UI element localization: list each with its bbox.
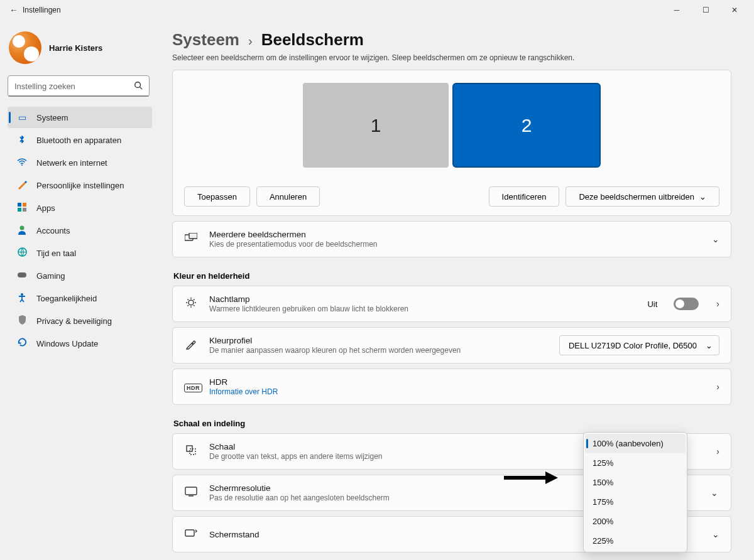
extend-label: Deze beeldschermen uitbreiden	[579, 192, 694, 202]
close-button[interactable]: ✕	[720, 0, 749, 20]
window-controls: ─ ☐ ✕	[662, 0, 749, 20]
card-multiple-displays[interactable]: Meerdere beeldschermen Kies de presentat…	[172, 221, 731, 257]
sidebar-item-toegankelijkheid[interactable]: Toegankelijkheid	[8, 288, 152, 309]
sidebar-item-tijd-taal[interactable]: Tijd en taal	[8, 242, 152, 264]
monitor-2[interactable]: 2	[452, 83, 601, 168]
color-profile-dropdown[interactable]: DELL U2719D Color Profile, D6500 ⌄	[559, 335, 719, 355]
hdr-icon: HDR	[184, 381, 198, 392]
chevron-down-icon: ⌄	[699, 192, 706, 202]
titlebar: ← Instellingen ─ ☐ ✕	[0, 0, 754, 20]
apps-icon	[16, 203, 28, 213]
sidebar-item-label: Apps	[36, 203, 55, 213]
section-scale-layout: Schaal en indeling	[173, 419, 731, 428]
scale-option-100[interactable]: 100% (aanbevolen)	[585, 434, 686, 453]
chevron-down-icon: ⌄	[706, 341, 713, 350]
chevron-down-icon: ⌄	[712, 529, 719, 539]
cancel-button[interactable]: Annuleren	[256, 186, 320, 207]
sidebar: Harrie Kisters Instelling zoeken ▭ Syste…	[0, 20, 157, 560]
sidebar-item-bluetooth[interactable]: Bluetooth en apparaten	[8, 129, 152, 151]
nav-list: ▭ Systeem Bluetooth en apparaten Netwerk…	[8, 107, 152, 354]
maximize-button[interactable]: ☐	[691, 0, 720, 20]
resolution-icon	[184, 487, 198, 499]
monitor-1[interactable]: 1	[303, 83, 449, 168]
svg-rect-3	[18, 203, 21, 207]
minimize-button[interactable]: ─	[662, 0, 691, 20]
svg-rect-26	[185, 530, 194, 536]
update-icon	[16, 338, 28, 349]
scale-option-225[interactable]: 225%	[585, 531, 686, 551]
sidebar-item-systeem[interactable]: ▭ Systeem	[8, 107, 152, 128]
scale-option-175[interactable]: 175%	[585, 492, 686, 512]
sidebar-item-label: Persoonlijke instellingen	[36, 181, 124, 190]
sidebar-item-label: Windows Update	[36, 339, 98, 348]
personalization-icon	[16, 180, 28, 191]
sidebar-item-label: Privacy & beveiliging	[36, 316, 112, 326]
profile[interactable]: Harrie Kisters	[8, 28, 152, 75]
card-nightlight[interactable]: Nachtlamp Warmere lichtkleuren gebruiken…	[172, 286, 731, 322]
sidebar-item-accounts[interactable]: Accounts	[8, 220, 152, 241]
svg-line-20	[188, 305, 189, 306]
gaming-icon	[16, 271, 28, 281]
nightlight-icon	[184, 297, 198, 311]
system-icon: ▭	[16, 112, 28, 122]
sidebar-item-apps[interactable]: Apps	[8, 197, 152, 218]
card-title: Nachtlamp	[209, 294, 636, 304]
svg-rect-4	[23, 203, 26, 207]
card-title: Schermstand	[209, 530, 589, 539]
chevron-right-icon[interactable]: ›	[716, 446, 719, 456]
chevron-right-icon[interactable]: ›	[716, 299, 719, 309]
scale-icon	[184, 444, 198, 458]
svg-point-7	[20, 225, 25, 230]
sidebar-item-label: Systeem	[36, 113, 68, 122]
svg-rect-24	[185, 487, 197, 495]
sidebar-item-gaming[interactable]: Gaming	[8, 265, 152, 286]
nightlight-toggle[interactable]	[674, 298, 699, 310]
window-title: Instellingen	[23, 6, 61, 14]
hdr-info-link[interactable]: Informatie over HDR	[209, 387, 699, 396]
chevron-down-icon: ⌄	[711, 488, 718, 498]
avatar	[9, 31, 41, 64]
svg-line-18	[188, 299, 189, 301]
scale-option-125[interactable]: 125%	[585, 453, 686, 473]
card-color-profile[interactable]: Kleurprofiel De manier aanpassen waarop …	[172, 327, 731, 363]
svg-rect-12	[189, 233, 197, 239]
bluetooth-icon	[16, 134, 28, 146]
sidebar-item-netwerk[interactable]: Netwerk en internet	[8, 152, 152, 173]
svg-line-21	[194, 299, 195, 301]
sidebar-item-label: Accounts	[36, 226, 70, 235]
scale-dropdown-menu[interactable]: 100% (aanbevolen) 125% 150% 175% 200% 22…	[583, 432, 687, 552]
sidebar-item-label: Toegankelijkheid	[36, 294, 97, 303]
chevron-down-icon: ⌄	[712, 234, 719, 244]
breadcrumb-parent[interactable]: Systeem	[172, 30, 239, 50]
card-subtitle: Warmere lichtkleuren gebruiken om blauw …	[209, 304, 636, 313]
scale-option-200[interactable]: 200%	[585, 512, 686, 531]
scale-option-150[interactable]: 150%	[585, 473, 686, 492]
svg-point-2	[21, 164, 23, 166]
svg-rect-5	[18, 208, 21, 212]
search-input[interactable]: Instelling zoeken	[8, 75, 150, 97]
sidebar-item-label: Tijd en taal	[36, 249, 76, 258]
svg-rect-6	[23, 208, 26, 212]
sidebar-item-label: Bluetooth en apparaten	[36, 136, 121, 145]
dropdown-value: DELL U2719D Color Profile, D6500	[569, 341, 697, 350]
display-canvas[interactable]: 1 2	[184, 83, 719, 168]
search-icon	[134, 81, 143, 92]
svg-point-10	[21, 293, 23, 296]
card-hdr[interactable]: HDR HDR Informatie over HDR ›	[172, 369, 731, 405]
sidebar-item-privacy[interactable]: Privacy & beveiliging	[8, 310, 152, 331]
svg-rect-9	[18, 272, 26, 277]
card-title: Meerdere beeldschermen	[209, 230, 694, 239]
card-subtitle: De manier aanpassen waarop kleuren op he…	[209, 346, 548, 355]
extend-dropdown[interactable]: Deze beeldschermen uitbreiden ⌄	[566, 186, 719, 207]
orientation-icon	[184, 528, 198, 541]
breadcrumb: Systeem › Beeldscherm	[172, 30, 731, 50]
svg-point-0	[135, 82, 141, 87]
wifi-icon	[16, 158, 28, 168]
apply-button[interactable]: Toepassen	[184, 186, 250, 207]
back-button[interactable]: ←	[5, 5, 23, 15]
chevron-right-icon[interactable]: ›	[716, 382, 719, 392]
identify-button[interactable]: Identificeren	[489, 186, 560, 207]
sidebar-item-windows-update[interactable]: Windows Update	[8, 333, 152, 354]
section-color-brightness: Kleur en helderheid	[173, 271, 731, 281]
sidebar-item-persoonlijk[interactable]: Persoonlijke instellingen	[8, 175, 152, 196]
